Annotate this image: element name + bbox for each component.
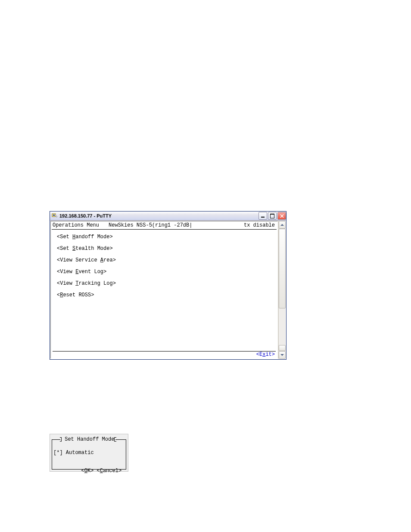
chevron-down-icon <box>280 354 284 356</box>
scroll-thumb-top[interactable] <box>279 229 286 308</box>
menu-view-tracking[interactable]: <View Tracking Log> <box>57 280 277 286</box>
menu-set-stealth[interactable]: <Set Stealth Mode> <box>57 246 277 252</box>
chevron-up-icon <box>280 224 284 226</box>
scrollbar[interactable] <box>278 221 286 359</box>
minimize-button[interactable] <box>258 212 267 220</box>
menu-items: <Set Handoff Mode> <Set Stealth Mode> <V… <box>51 230 277 305</box>
automatic-checkbox[interactable]: [*] Automatic <box>53 450 125 456</box>
menu-set-handoff[interactable]: <Set Handoff Mode> <box>57 234 277 240</box>
exit-button[interactable]: <Exit> <box>256 352 275 358</box>
terminal-header: Operations Menu NewSkies NSS-5(ring1 -27… <box>51 221 277 229</box>
terminal-footer: <Exit> <box>52 351 277 358</box>
putty-window: 192.168.150.77 - PuTTY Operations Menu N… <box>50 211 286 360</box>
scroll-down-button[interactable] <box>279 351 286 359</box>
header-right: tx disable <box>244 222 276 228</box>
close-button[interactable] <box>277 212 286 220</box>
cancel-button[interactable]: <Cancel> <box>97 468 122 474</box>
titlebar[interactable]: 192.168.150.77 - PuTTY <box>50 212 286 221</box>
ok-button[interactable]: <OK> <box>81 468 93 474</box>
putty-icon <box>52 213 58 219</box>
scroll-up-button[interactable] <box>279 221 286 229</box>
dialog-title: Set Handoff Mode <box>60 436 115 442</box>
scroll-thumb-bottom[interactable] <box>279 345 286 351</box>
header-mid: NewSkies NSS-5(ring1 -27dB| <box>99 222 192 228</box>
handoff-dialog: Set Handoff Mode [*] Automatic <OK> <Can… <box>50 434 128 472</box>
svg-rect-1 <box>53 215 55 216</box>
maximize-button[interactable] <box>268 212 277 220</box>
menu-view-event[interactable]: <View Event Log> <box>57 269 277 275</box>
menu-reset-ross[interactable]: <Reset ROSS> <box>57 292 277 298</box>
scroll-track[interactable] <box>279 229 286 351</box>
header-left: Operations Menu <box>53 222 99 228</box>
terminal[interactable]: Operations Menu NewSkies NSS-5(ring1 -27… <box>50 221 278 359</box>
window-title: 192.168.150.77 - PuTTY <box>59 213 258 218</box>
menu-view-area[interactable]: <View Service Area> <box>57 257 277 263</box>
